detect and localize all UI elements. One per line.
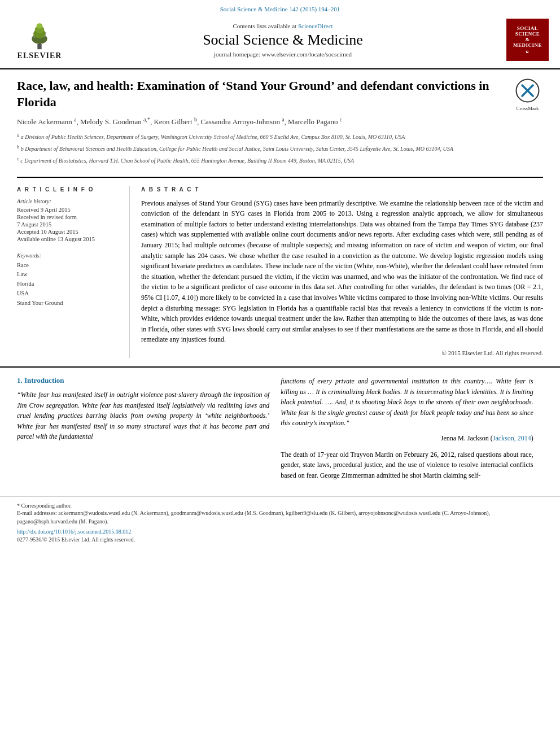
intro-quote-text: “White fear has manifested itself in out…: [17, 390, 269, 442]
article-footer: * Corresponding author. E-mail addresses…: [0, 496, 560, 548]
svg-point-7: [44, 36, 46, 37]
journal-logo-right: SOCIAL SCIENCE & MEDICINE ☯: [498, 19, 549, 61]
crossmark-block: CrossMark: [512, 78, 543, 111]
article-title: Race, law, and health: Examination of ‘S…: [17, 78, 501, 110]
article-info-label: A R T I C L E I N F O: [17, 186, 121, 193]
footer-copyright: 0277-9536/© 2015 Elsevier Ltd. All right…: [17, 536, 543, 543]
article-info-abstract-section: A R T I C L E I N F O Article history: R…: [0, 178, 560, 366]
keyword-usa: USA: [17, 289, 121, 299]
elsevier-wordmark: ELSEVIER: [18, 51, 62, 60]
body-section: 1. Introduction “White fear has manifest…: [0, 366, 560, 493]
abstract-copyright: © 2015 Elsevier Ltd. All rights reserved…: [141, 348, 543, 358]
journal-title: Social Science & Medicine: [68, 32, 498, 49]
ss-line1: SOCIAL: [517, 25, 539, 31]
body-left-col: 1. Introduction “White fear has manifest…: [17, 376, 269, 485]
affiliation-c: c c Department of Biostatistics, Harvard…: [17, 156, 501, 165]
page: Social Science & Medicine 142 (2015) 194…: [0, 0, 560, 747]
intro-title: Introduction: [24, 376, 64, 385]
revised-date: 7 August 2015: [17, 221, 121, 228]
elsevier-tree-icon: [23, 19, 56, 50]
received-date: Received 9 April 2015: [17, 207, 121, 213]
intro-quote-right: functions of every private and governmen…: [281, 376, 533, 480]
article-info-col: A R T I C L E I N F O Article history: R…: [17, 186, 130, 358]
ss-icon: ☯: [526, 50, 530, 54]
citation-author: Jenna M. Jackson (: [441, 434, 493, 442]
elsevier-logo: ELSEVIER: [11, 19, 68, 60]
crossmark-label: CrossMark: [512, 106, 543, 111]
abstract-paragraph: Previous analyses of Stand Your Ground (…: [141, 198, 543, 345]
available-date: Available online 13 August 2015: [17, 236, 121, 242]
svg-point-6: [33, 37, 35, 38]
journal-header: Social Science & Medicine 142 (2015) 194…: [0, 0, 560, 69]
svg-point-9: [45, 32, 46, 33]
history-label: Article history:: [17, 198, 121, 204]
keyword-syg: Stand Your Ground: [17, 299, 121, 308]
body-right-col: functions of every private and governmen…: [281, 376, 533, 485]
email-footer: E-mail addresses: ackermann@wudosis.wust…: [17, 509, 543, 526]
crossmark-row: Race, law, and health: Examination of ‘S…: [17, 78, 543, 168]
accepted-date: Accepted 10 August 2015: [17, 229, 121, 235]
contents-text: Contents lists available at: [233, 23, 296, 29]
sciencedirect-link[interactable]: ScienceDirect: [298, 23, 333, 29]
ss-line4: MEDICINE: [513, 42, 542, 48]
journal-homepage: journal homepage: www.elsevier.com/locat…: [68, 51, 498, 58]
affiliation-a: a a Division of Public Health Sciences, …: [17, 132, 501, 141]
body-intro-text: The death of 17-year old Trayvon Martin …: [281, 449, 533, 481]
contents-line: Contents lists available at ScienceDirec…: [68, 23, 498, 29]
keyword-law: Law: [17, 270, 121, 279]
intro-quote-cont: functions of every private and governmen…: [281, 376, 533, 429]
abstract-label: A B S T R A C T: [141, 186, 543, 193]
svg-point-8: [33, 33, 34, 34]
abstract-text: Previous analyses of Stand Your Ground (…: [141, 198, 543, 358]
revised-label: Received in revised form: [17, 214, 121, 220]
journal-banner: ELSEVIER Contents lists available at Sci…: [11, 16, 549, 64]
svg-point-5: [37, 23, 43, 28]
intro-quote-left: “White fear has manifested itself in out…: [17, 390, 269, 442]
keyword-florida: Florida: [17, 279, 121, 289]
keyword-race: Race: [17, 261, 121, 270]
article-title-section: Race, law, and health: Examination of ‘S…: [0, 69, 560, 177]
ss-line3: &: [526, 37, 530, 42]
corresponding-note: * Corresponding author.: [17, 503, 543, 509]
authors-line: Nicole Ackermann a, Melody S. Goodman a,…: [17, 116, 501, 128]
abstract-col: A B S T R A C T Previous analyses of Sta…: [141, 186, 543, 358]
citation-line: Jenna M. Jackson (Jackson, 2014): [281, 433, 533, 444]
intro-heading: 1. Introduction: [17, 376, 269, 385]
elsevier-logo-block: ELSEVIER: [11, 19, 68, 60]
journal-top-line: Social Science & Medicine 142 (2015) 194…: [11, 6, 549, 12]
crossmark-icon: [515, 78, 540, 103]
affiliation-b: b b Department of Behavioral Sciences an…: [17, 144, 501, 153]
keywords-list: Race Law Florida USA Stand Your Ground: [17, 261, 121, 308]
article-title-block: Race, law, and health: Examination of ‘S…: [17, 78, 501, 168]
journal-center-block: Contents lists available at ScienceDirec…: [68, 23, 498, 58]
doi-line[interactable]: http://dx.doi.org/10.1016/j.socscimed.20…: [17, 528, 543, 535]
keywords-label: Keywords:: [17, 252, 121, 259]
emails-text: ackermann@wudosis.wustl.edu (N. Ackerman…: [17, 510, 490, 525]
citation-ref[interactable]: Jackson, 2014: [493, 434, 531, 442]
intro-number: 1.: [17, 376, 23, 385]
ss-line2: SCIENCE: [515, 31, 540, 37]
emails-label: E-mail addresses:: [17, 510, 57, 516]
citation-close: ): [531, 434, 533, 442]
ss-medicine-box: SOCIAL SCIENCE & MEDICINE ☯: [506, 19, 549, 61]
